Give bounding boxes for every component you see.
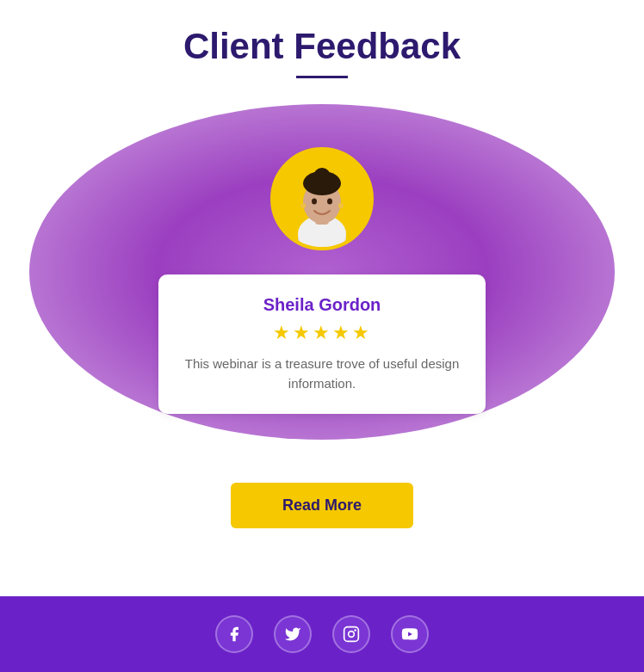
svg-point-7 bbox=[315, 173, 329, 183]
main-content: Client Feedback bbox=[0, 0, 644, 596]
feedback-card: Sheila Gordon ★★★★★ This webinar is a tr… bbox=[158, 274, 486, 414]
feedback-text: This webinar is a treasure trove of usef… bbox=[184, 354, 460, 393]
page-title: Client Feedback bbox=[183, 26, 461, 67]
read-more-button[interactable]: Read More bbox=[231, 483, 413, 528]
svg-point-13 bbox=[349, 632, 355, 638]
instagram-icon[interactable] bbox=[332, 615, 370, 653]
svg-point-14 bbox=[354, 629, 356, 632]
client-name: Sheila Gordon bbox=[184, 295, 460, 315]
twitter-icon[interactable] bbox=[274, 615, 312, 653]
title-divider bbox=[296, 76, 348, 78]
svg-point-8 bbox=[300, 203, 306, 208]
youtube-icon[interactable] bbox=[391, 615, 429, 653]
svg-point-9 bbox=[338, 203, 344, 208]
avatar-face bbox=[274, 151, 370, 247]
facebook-icon[interactable] bbox=[215, 615, 253, 653]
star-rating: ★★★★★ bbox=[184, 322, 460, 344]
footer bbox=[0, 596, 644, 672]
svg-point-11 bbox=[327, 199, 332, 205]
avatar bbox=[270, 147, 374, 250]
oval-background: Sheila Gordon ★★★★★ This webinar is a tr… bbox=[29, 104, 615, 440]
svg-rect-12 bbox=[344, 627, 359, 642]
svg-point-10 bbox=[312, 199, 317, 205]
